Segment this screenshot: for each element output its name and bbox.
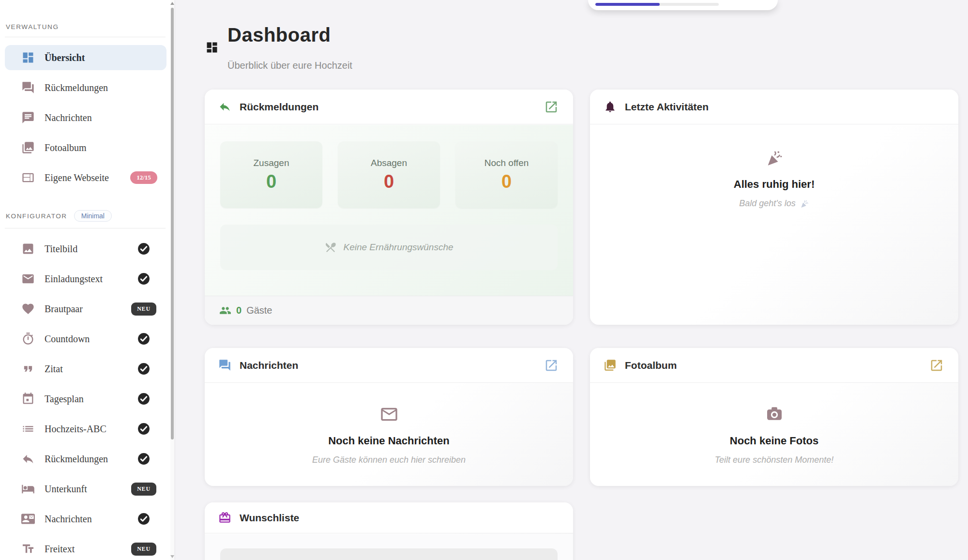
progress-count-badge: 12/15	[130, 171, 157, 184]
empty-state-subtitle: Bald geht's los	[739, 198, 809, 209]
stat-label: Noch offen	[484, 158, 529, 168]
empty-state-title: Alles ruhig hier!	[734, 178, 815, 191]
wedding-dashboard-app: { "toast": { "progress_percent": 52 }, "…	[0, 0, 968, 560]
sidebar-item-tagesplan[interactable]: Tagesplan	[5, 386, 166, 411]
completed-check-icon	[137, 453, 150, 465]
sidebar-item-rueckmeldungen-konfig[interactable]: Rückmeldungen	[5, 446, 166, 471]
empty-state-subtitle: Teilt eure schönsten Momente!	[715, 455, 833, 465]
sidebar-scrollbar[interactable]	[170, 0, 174, 560]
sidebar-item-freitext[interactable]: Freitext NEU	[5, 536, 166, 560]
image-icon	[21, 242, 35, 256]
card-rueckmeldungen: Rückmeldungen Zusagen 0 Absagen 0 Noch o…	[205, 90, 573, 325]
contact-mail-icon	[21, 512, 35, 526]
sidebar-item-unterkunft[interactable]: Unterkunft NEU	[5, 476, 166, 501]
open-in-new-icon[interactable]	[929, 358, 944, 373]
sidebar-item-eigene-webseite[interactable]: Eigene Webseite 12/15	[5, 165, 166, 190]
sidebar-item-countdown[interactable]: Countdown	[5, 326, 166, 351]
stat-value: 0	[384, 171, 394, 192]
card-title: Fotoalbum	[625, 360, 677, 371]
sidebar-item-label: Zitat	[45, 363, 63, 375]
card-header: Nachrichten	[205, 348, 573, 383]
stat-value: 0	[501, 171, 512, 192]
card-fotoalbum: Fotoalbum Noch keine Fotos Teilt eure sc…	[590, 348, 958, 486]
sidebar-item-hochzeits-abc[interactable]: Hochzeits-ABC	[5, 416, 166, 441]
badge-minimal: Minimal	[74, 210, 112, 222]
sidebar-item-label: Countdown	[45, 333, 90, 345]
stat-value: 0	[266, 171, 276, 192]
sidebar-item-label: Freitext	[45, 544, 75, 555]
browser-window-icon	[21, 171, 35, 184]
completed-check-icon	[137, 513, 150, 525]
sidebar-item-label: Rückmeldungen	[45, 82, 108, 93]
sidebar-item-fotoalbum[interactable]: Fotoalbum	[5, 135, 166, 160]
sidebar-item-brautpaar[interactable]: Brautpaar NEU	[5, 296, 166, 321]
card-nachrichten: Nachrichten Noch keine Nachrichten Eure …	[205, 348, 573, 486]
completed-check-icon	[137, 423, 150, 435]
progress-fill	[595, 3, 660, 6]
konfigurator-label: KONFIGURATOR	[6, 212, 67, 220]
list-icon	[21, 422, 35, 436]
scrollbar-up-arrow[interactable]	[170, 2, 174, 5]
card-header: Wunschliste	[205, 502, 573, 533]
card-body: Noch keine Nachrichten Eure Gäste können…	[205, 383, 573, 486]
party-popper-emoji-icon	[800, 199, 809, 209]
forum-icon	[21, 81, 35, 94]
badge-neu: NEU	[131, 543, 156, 556]
reply-icon	[218, 100, 231, 113]
card-letzte-aktivitaeten: Letzte Aktivitäten Alles ruhig hier! Bal…	[590, 90, 958, 325]
diet-empty-text: Keine Ernährungswünsche	[343, 242, 453, 253]
scrollbar-thumb[interactable]	[171, 8, 174, 439]
card-body: Noch keine Fotos Teilt eure schönsten Mo…	[590, 383, 958, 486]
dashboard-icon	[205, 41, 219, 54]
sidebar: VERWALTUNG Übersicht Rückmeldungen Nachr…	[0, 0, 174, 560]
sidebar-item-nachrichten-konfig[interactable]: Nachrichten	[5, 506, 166, 531]
sidebar-item-uebersicht[interactable]: Übersicht	[5, 45, 166, 70]
card-title: Letzte Aktivitäten	[625, 101, 709, 113]
sidebar-item-label: Fotoalbum	[45, 142, 87, 153]
text-fields-icon	[21, 542, 35, 556]
card-header: Fotoalbum	[590, 348, 958, 383]
party-popper-icon	[765, 148, 784, 167]
badge-neu: NEU	[131, 303, 156, 316]
photo-library-icon	[21, 141, 35, 154]
guest-count: 0	[236, 305, 242, 316]
envelope-icon	[21, 272, 35, 286]
card-body	[205, 534, 573, 560]
card-title: Rückmeldungen	[240, 101, 318, 113]
badge-neu: NEU	[131, 483, 156, 496]
calendar-icon	[21, 392, 35, 406]
sidebar-item-rueckmeldungen[interactable]: Rückmeldungen	[5, 75, 166, 100]
stat-label: Absagen	[371, 158, 407, 168]
empty-state-subtitle: Eure Gäste können euch hier schreiben	[312, 455, 466, 465]
card-body: Alles ruhig hier! Bald geht's los	[590, 125, 958, 325]
sidebar-item-label: Hochzeits-ABC	[45, 424, 106, 435]
stopwatch-icon	[21, 332, 35, 346]
photo-library-icon	[604, 359, 617, 372]
card-header: Rückmeldungen	[205, 90, 573, 124]
sidebar-item-zitat[interactable]: Zitat	[5, 356, 166, 381]
sidebar-item-nachrichten[interactable]: Nachrichten	[5, 105, 166, 130]
sidebar-item-titelbild[interactable]: Titelbild	[5, 236, 166, 261]
wishlist-placeholder	[220, 548, 558, 560]
divider	[5, 228, 166, 228]
card-footer: 0 Gäste	[205, 296, 573, 325]
open-in-new-icon[interactable]	[544, 100, 559, 114]
sidebar-item-label: Unterkunft	[45, 484, 87, 495]
card-wunschliste: Wunschliste	[205, 502, 573, 560]
card-body: Zusagen 0 Absagen 0 Noch offen 0 Keine E…	[205, 125, 573, 296]
divider	[5, 37, 166, 37]
sidebar-item-einladungstext[interactable]: Einladungstext	[5, 266, 166, 291]
completed-check-icon	[137, 333, 150, 345]
completed-check-icon	[137, 242, 150, 255]
sidebar-item-label: Titelbild	[45, 243, 77, 255]
gift-icon	[218, 511, 231, 524]
sidebar-item-label: Rückmeldungen	[45, 454, 108, 465]
chat-icon	[21, 111, 35, 124]
open-in-new-icon[interactable]	[544, 358, 559, 373]
cutlery-icon	[324, 241, 337, 254]
section-label-verwaltung: VERWALTUNG	[5, 23, 170, 30]
stat-zusagen: Zusagen 0	[220, 141, 322, 208]
scrollbar-down-arrow[interactable]	[170, 555, 174, 558]
stat-absagen: Absagen 0	[338, 141, 440, 208]
forum-icon	[218, 359, 231, 372]
